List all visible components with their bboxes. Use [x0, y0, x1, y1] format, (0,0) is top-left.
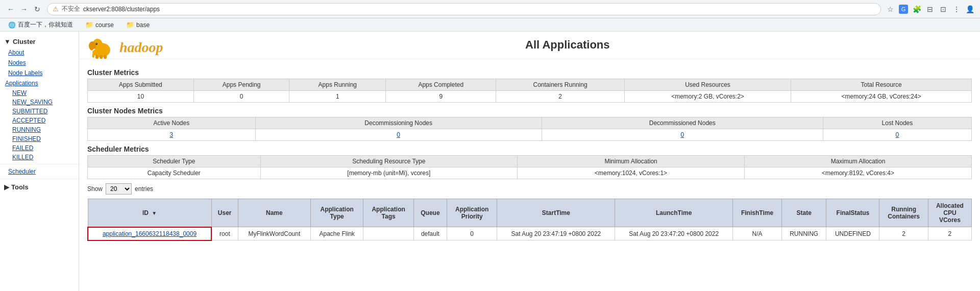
cluster-metrics-table: Apps Submitted Apps Pending Apps Running…	[87, 79, 972, 103]
scheduler-metrics-row: Capacity Scheduler [memory-mb (unit=Mi),…	[88, 167, 972, 179]
sidebar-item-finished[interactable]: FINISHED	[0, 134, 79, 143]
sidebar-item-node-labels[interactable]: Node Labels	[0, 68, 79, 78]
val-total-resource: <memory:24 GB, vCores:24>	[791, 91, 972, 103]
app-queue: default	[413, 227, 447, 240]
back-button[interactable]: ←	[5, 4, 16, 15]
bookmark-course-icon: 📁	[85, 21, 93, 29]
val-apps-pending: 0	[193, 91, 289, 103]
sidebar-item-applications[interactable]: Applications	[0, 78, 79, 88]
col-scheduler-type: Scheduler Type	[88, 156, 261, 167]
sidebar-divider	[0, 164, 79, 164]
extensions-button[interactable]: 🧩	[912, 4, 922, 14]
active-nodes-link[interactable]: 3	[169, 131, 173, 138]
sidebar-item-accepted[interactable]: ACCEPTED	[0, 116, 79, 125]
sidebar-item-scheduler[interactable]: Scheduler	[0, 166, 79, 177]
col-decommissioning-nodes: Decommissioning Nodes	[255, 117, 542, 129]
sidebar-tools-section[interactable]: ▶ Tools	[0, 181, 79, 193]
sort-icon: ▼	[152, 210, 157, 216]
content-wrapper: hadoop All Applications Cluster Metrics …	[79, 32, 980, 291]
th-application-tags[interactable]: ApplicationTags	[363, 199, 414, 227]
th-finish-time[interactable]: FinishTime	[733, 199, 782, 227]
show-entries-control: Show 20 10 25 50 100 entries	[87, 183, 972, 195]
page-title: All Applications	[163, 38, 972, 52]
toolbar-right: ☆ G 🧩 ⊟ ⊡ ⋮ 👤	[885, 4, 975, 14]
val-apps-completed: 9	[386, 91, 496, 103]
cluster-metrics-title: Cluster Metrics	[87, 68, 972, 77]
val-used-resources: <memory:2 GB, vCores:2>	[624, 91, 791, 103]
bookmark-star-button[interactable]: ☆	[885, 4, 895, 14]
sidebar-item-nodes[interactable]: Nodes	[0, 58, 79, 68]
sidebar-item-failed[interactable]: FAILED	[0, 143, 79, 153]
svg-point-4	[95, 43, 97, 45]
app-finish-time: N/A	[733, 227, 782, 240]
bookmark-manager-button[interactable]: ⊟	[925, 4, 935, 14]
val-containers-running: 2	[496, 91, 625, 103]
table-row: application_1660632118438_0009 root MyFl…	[88, 227, 972, 240]
decommissioning-link[interactable]: 0	[397, 131, 400, 138]
applications-table: ID ▼ User Name ApplicationType Applicati…	[87, 199, 972, 241]
app-running-containers: 2	[879, 227, 928, 240]
entries-select[interactable]: 20 10 25 50 100	[106, 183, 132, 195]
bookmark-baidu-icon: 🌐	[8, 21, 16, 29]
sidebar-item-running[interactable]: RUNNING	[0, 125, 79, 134]
val-lost-nodes: 0	[823, 129, 971, 141]
sidebar-cluster-section[interactable]: ▼ Cluster	[0, 36, 79, 47]
show-label: Show	[87, 185, 103, 192]
th-start-time[interactable]: StartTime	[497, 199, 615, 227]
val-minimum-allocation: <memory:1024, vCores:1>	[518, 167, 745, 179]
th-application-priority[interactable]: ApplicationPriority	[447, 199, 497, 227]
sidebar-tools-label: Tools	[11, 183, 29, 191]
th-state[interactable]: State	[781, 199, 826, 227]
th-queue[interactable]: Queue	[413, 199, 447, 227]
sidebar-item-about[interactable]: About	[0, 47, 79, 58]
tools-arrow-icon: ▶	[4, 183, 9, 191]
sidebar-item-killed[interactable]: KILLED	[0, 153, 79, 162]
col-active-nodes: Active Nodes	[88, 117, 256, 129]
app-priority: 0	[447, 227, 497, 240]
val-decommissioning-nodes: 0	[255, 129, 542, 141]
entries-suffix: entries	[135, 185, 153, 192]
val-active-nodes: 3	[88, 129, 256, 141]
th-application-type[interactable]: ApplicationType	[310, 199, 363, 227]
val-apps-running: 1	[289, 91, 386, 103]
sidebar-item-submitted[interactable]: SUBMITTED	[0, 107, 79, 116]
sidebar-divider-2	[0, 179, 79, 179]
sidebar-item-new[interactable]: NEW	[0, 88, 79, 98]
app-name: MyFlinkWordCount	[238, 227, 310, 240]
menu-button[interactable]: ⋮	[951, 4, 962, 14]
cluster-arrow-icon: ▼	[4, 38, 11, 45]
forward-button[interactable]: →	[18, 4, 30, 15]
val-decommissioned-nodes: 0	[542, 129, 823, 141]
col-apps-running: Apps Running	[289, 79, 386, 91]
th-user[interactable]: User	[211, 199, 238, 227]
lost-nodes-link[interactable]: 0	[896, 131, 899, 138]
th-id[interactable]: ID ▼	[88, 199, 211, 227]
th-launch-time[interactable]: LaunchTime	[615, 199, 733, 227]
sidebar-item-new-saving[interactable]: NEW_SAVING	[0, 98, 79, 107]
th-running-containers[interactable]: RunningContainers	[879, 199, 928, 227]
decommissioned-link[interactable]: 0	[680, 131, 684, 138]
col-maximum-allocation: Maximum Allocation	[745, 156, 972, 167]
th-allocated-cpu[interactable]: AllocatedCPUVCores	[928, 199, 971, 227]
address-bar[interactable]: ⚠ 不安全 ckserver2:8088/cluster/apps	[47, 3, 881, 15]
val-apps-submitted: 10	[88, 91, 194, 103]
col-minimum-allocation: Minimum Allocation	[518, 156, 745, 167]
app-tags	[363, 227, 414, 240]
col-apps-completed: Apps Completed	[386, 79, 496, 91]
bookmark-base[interactable]: 📁 base	[123, 20, 153, 30]
reload-button[interactable]: ↻	[32, 4, 43, 15]
app-id-link[interactable]: application_1660632118438_0009	[103, 230, 197, 237]
col-apps-pending: Apps Pending	[193, 79, 289, 91]
app-allocated-cpu: 2	[928, 227, 971, 240]
cluster-nodes-row: 3 0 0 0	[88, 129, 972, 141]
browser-chrome: ← → ↻ ⚠ 不安全 ckserver2:8088/cluster/apps …	[0, 0, 980, 18]
th-final-status[interactable]: FinalStatus	[826, 199, 879, 227]
apps-table-header-row: ID ▼ User Name ApplicationType Applicati…	[88, 199, 972, 227]
window-controls-button[interactable]: ⊡	[938, 4, 948, 14]
user-account-button[interactable]: 👤	[965, 4, 975, 14]
address-text: ckserver2:8088/cluster/apps	[83, 6, 875, 13]
bookmark-course[interactable]: 📁 course	[82, 20, 117, 30]
bookmark-baidu[interactable]: 🌐 百度一下，你就知道	[5, 19, 76, 30]
th-name[interactable]: Name	[238, 199, 310, 227]
profile-button[interactable]: G	[898, 4, 909, 14]
